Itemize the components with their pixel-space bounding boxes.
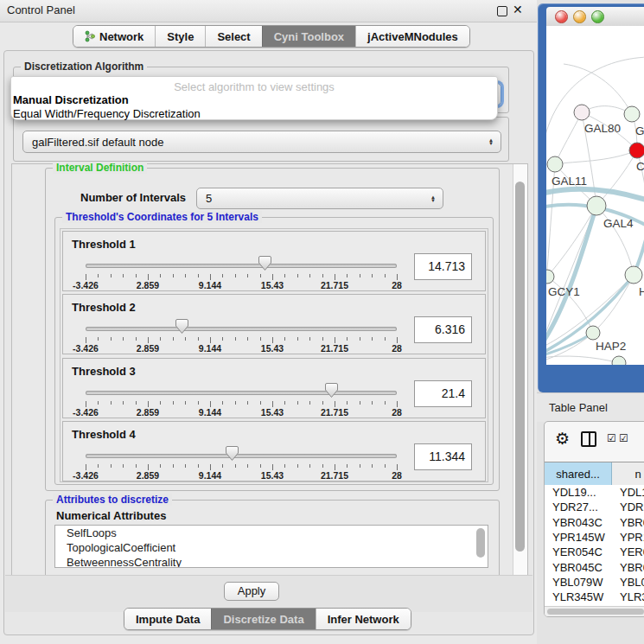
- threshold-3-slider-track[interactable]: [86, 391, 397, 395]
- column-header-n[interactable]: n: [612, 462, 644, 485]
- cell-shared-name: YDL19...: [552, 485, 596, 500]
- tick-mark: [372, 337, 373, 341]
- algorithm-option-equal-width-frequency-discretization[interactable]: Equal Width/Frequency Discretization: [13, 107, 201, 120]
- table-row[interactable]: YPR145WYPR1: [545, 530, 644, 545]
- tick-label: 9.144: [199, 407, 221, 418]
- network-window-titlebar[interactable]: [546, 7, 644, 27]
- list-scrollbar-thumb[interactable]: [476, 528, 485, 558]
- number-of-intervals-combobox[interactable]: 5 ▲▼: [196, 188, 443, 209]
- table-panel-title: Table Panel: [549, 401, 608, 414]
- apply-button[interactable]: Apply: [224, 582, 279, 601]
- minimize-traffic-light-icon[interactable]: [573, 10, 586, 23]
- threshold-1-slider-thumb[interactable]: [258, 256, 271, 271]
- tab-cyni-toolbox[interactable]: Cyni Toolbox: [262, 26, 355, 47]
- tick-mark: [210, 274, 211, 280]
- cell-shared-name: YBR045C: [552, 560, 603, 575]
- table-row[interactable]: YBR043CYBR0: [545, 515, 644, 530]
- network-node[interactable]: [586, 326, 600, 340]
- table-data-combobox[interactable]: galFiltered.sif default node ▲▼: [22, 131, 501, 153]
- tick-mark: [235, 274, 236, 277]
- threshold-2-slider-thumb[interactable]: [175, 319, 188, 334]
- combo-stepper-icon[interactable]: ▲▼: [430, 195, 436, 202]
- column-header-shared[interactable]: shared...: [545, 462, 612, 485]
- tick-label: 21.715: [321, 407, 348, 418]
- threshold-1-slider-track[interactable]: [86, 264, 397, 268]
- checkbox-icon[interactable]: ☑: [607, 432, 616, 444]
- threshold-3-value-field[interactable]: 21.4: [414, 380, 472, 407]
- split-columns-icon[interactable]: [581, 431, 596, 447]
- checkbox-icon[interactable]: ☑: [619, 432, 628, 444]
- tab-discretize-data[interactable]: Discretize Data: [211, 609, 315, 629]
- threshold-4-slider-thumb[interactable]: [226, 446, 239, 461]
- network-node-label: GA: [635, 124, 644, 137]
- table-row[interactable]: YDR27...YDR2: [545, 500, 644, 514]
- attribute-item-selfloops[interactable]: SelfLoops: [55, 526, 488, 540]
- tick-mark: [98, 337, 99, 341]
- tab-network[interactable]: Network: [73, 26, 155, 47]
- zoom-traffic-light-icon[interactable]: [591, 10, 604, 23]
- threshold-3-slider-thumb[interactable]: [325, 383, 338, 398]
- numerical-attributes-label: Numerical Attributes: [56, 509, 166, 522]
- tab-select[interactable]: Select: [205, 26, 261, 47]
- gear-icon[interactable]: ⚙: [555, 429, 570, 449]
- network-node[interactable]: [587, 196, 606, 215]
- tick-mark: [222, 401, 223, 405]
- network-node[interactable]: [624, 106, 640, 122]
- combo-stepper-icon[interactable]: ▲▼: [488, 138, 494, 145]
- cell-name: YBL0: [620, 575, 644, 590]
- network-window[interactable]: GAL80GACGAL11GAL4GCY1HHAP2: [538, 3, 644, 392]
- table-row[interactable]: YBR045CYBR0: [545, 560, 644, 575]
- threshold-1-value-field[interactable]: 14.713: [414, 253, 472, 280]
- float-window-icon[interactable]: [497, 6, 507, 16]
- table-row[interactable]: YLR345WYLR3: [545, 590, 644, 604]
- hscrollbar-thumb[interactable]: [547, 609, 644, 615]
- tab-impute-data[interactable]: Impute Data: [124, 609, 211, 629]
- network-node[interactable]: [574, 105, 590, 120]
- network-node[interactable]: [629, 143, 644, 158]
- table-row[interactable]: YDL19...YDL1: [545, 485, 644, 500]
- close-icon[interactable]: ✕: [513, 3, 523, 16]
- attribute-item-betweennesscentrality[interactable]: BetweennessCentrality: [55, 555, 488, 568]
- tick-mark: [210, 464, 211, 470]
- tick-mark: [173, 337, 174, 341]
- network-edge[interactable]: [555, 112, 582, 164]
- tick-mark: [198, 337, 199, 341]
- tab-jactivemnodules[interactable]: jActiveMNodules: [355, 26, 469, 47]
- network-node[interactable]: [612, 356, 626, 365]
- tick-label: -3.426: [73, 407, 99, 418]
- vertical-scrollbar[interactable]: [513, 164, 527, 577]
- network-canvas[interactable]: GAL80GACGAL11GAL4GCY1HHAP2: [546, 26, 644, 365]
- attribute-item-topologicalcoefficient[interactable]: TopologicalCoefficient: [55, 540, 488, 555]
- network-node-label: GCY1: [548, 285, 580, 298]
- threshold-4-slider-track[interactable]: [86, 454, 397, 458]
- tick-mark: [98, 274, 99, 277]
- scrollbar-thumb[interactable]: [515, 182, 525, 552]
- threshold-1-label: Threshold 1: [72, 238, 136, 251]
- table-row[interactable]: YBL079WYBL0: [545, 575, 644, 590]
- network-edge[interactable]: [555, 150, 637, 164]
- algorithm-hint: Select algorithm to view settings: [11, 80, 497, 93]
- tick-mark: [160, 401, 161, 405]
- network-graph[interactable]: GAL80GACGAL11GAL4GCY1HHAP2: [546, 26, 644, 365]
- tab-infer-network[interactable]: Infer Network: [316, 609, 411, 629]
- cell-shared-name: YBR043C: [552, 515, 603, 530]
- algorithm-option-manual-discretization[interactable]: Manual Discretization: [13, 93, 129, 106]
- cell-shared-name: YBL079W: [552, 575, 603, 590]
- numerical-attributes-list[interactable]: SelfLoopsTopologicalCoefficientBetweenne…: [54, 525, 488, 568]
- tick-mark: [272, 401, 273, 407]
- threshold-2-value-field[interactable]: 6.316: [414, 316, 472, 343]
- tick-mark: [347, 464, 348, 468]
- horizontal-scrollbar[interactable]: [545, 606, 644, 617]
- threshold-2-slider-track[interactable]: [86, 327, 397, 331]
- table-row[interactable]: YER054CYER0: [545, 545, 644, 559]
- tick-mark: [385, 401, 386, 405]
- network-node[interactable]: [625, 266, 642, 284]
- threshold-4-label: Threshold 4: [72, 428, 136, 441]
- tab-style[interactable]: Style: [155, 26, 205, 47]
- threshold-4-value-field[interactable]: 11.344: [414, 443, 472, 470]
- network-node[interactable]: [547, 156, 563, 172]
- interval-definition-group: Interval Definition Number of Intervals …: [45, 168, 500, 491]
- network-edge[interactable]: [546, 356, 619, 363]
- network-edge[interactable]: [547, 206, 596, 277]
- close-traffic-light-icon[interactable]: [555, 10, 568, 23]
